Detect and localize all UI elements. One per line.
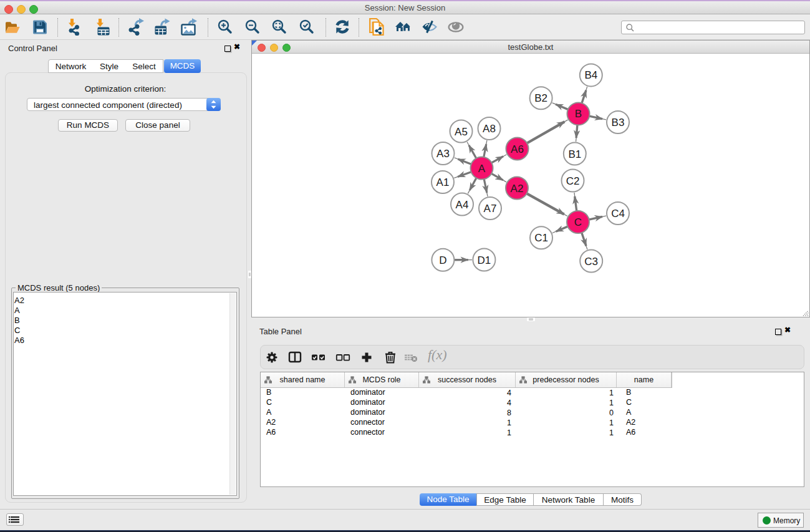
svg-text:C4: C4 — [611, 208, 625, 220]
svg-text:A5: A5 — [455, 126, 468, 138]
svg-text:B3: B3 — [612, 117, 625, 128]
svg-text:D: D — [439, 254, 446, 266]
svg-text:A3: A3 — [436, 148, 450, 160]
svg-text:D1: D1 — [478, 254, 491, 266]
svg-text:A: A — [478, 163, 486, 175]
svg-text:A2: A2 — [511, 183, 524, 195]
svg-text:B1: B1 — [568, 148, 581, 160]
svg-text:B: B — [575, 108, 582, 120]
svg-text:C: C — [574, 216, 582, 228]
svg-text:C1: C1 — [534, 232, 548, 244]
svg-text:B2: B2 — [534, 92, 547, 104]
svg-text:A4: A4 — [456, 199, 469, 211]
svg-text:C2: C2 — [566, 175, 580, 187]
svg-text:A1: A1 — [436, 177, 450, 188]
svg-text:A7: A7 — [484, 203, 497, 215]
svg-text:C3: C3 — [584, 256, 598, 268]
svg-text:B4: B4 — [584, 69, 597, 81]
svg-text:A6: A6 — [511, 143, 524, 155]
svg-text:A8: A8 — [483, 123, 496, 135]
